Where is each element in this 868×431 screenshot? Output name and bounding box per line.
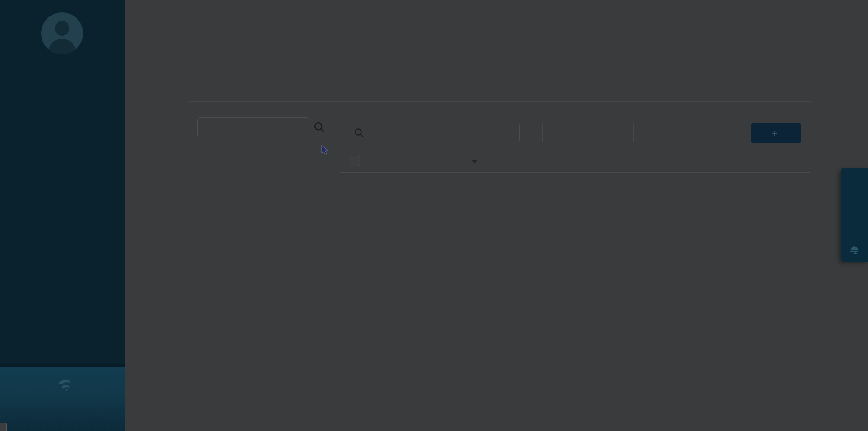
avatar[interactable] (41, 12, 83, 54)
sidebar (0, 0, 125, 431)
plus-icon (771, 130, 778, 137)
setup-search-icon[interactable] (313, 121, 326, 134)
chevron-down-icon (158, 10, 166, 18)
service-desk-label (841, 173, 868, 237)
select-all-checkbox[interactable] (350, 156, 360, 166)
company-selector-dropdown[interactable] (153, 5, 166, 21)
grid-header-row (340, 149, 810, 173)
toolbar-divider (542, 123, 543, 142)
service-bell-icon (848, 243, 860, 255)
title-divider (189, 101, 811, 102)
security-roles-grid (340, 116, 810, 431)
grid-search-input[interactable] (367, 124, 518, 142)
grid-search-box (349, 123, 520, 142)
setup-search-input[interactable] (197, 117, 309, 137)
grid-toolbar (340, 116, 810, 149)
brand-block (0, 364, 125, 431)
add-button[interactable] (751, 123, 801, 143)
brand-logo-icon (58, 379, 72, 392)
mouse-cursor (321, 145, 331, 156)
search-icon (354, 127, 365, 138)
service-desk-tab[interactable] (841, 168, 868, 262)
toolbar-divider (633, 123, 634, 142)
status-bar (0, 423, 7, 431)
code-sort-caret-icon[interactable] (472, 160, 477, 163)
app-window (0, 0, 868, 431)
